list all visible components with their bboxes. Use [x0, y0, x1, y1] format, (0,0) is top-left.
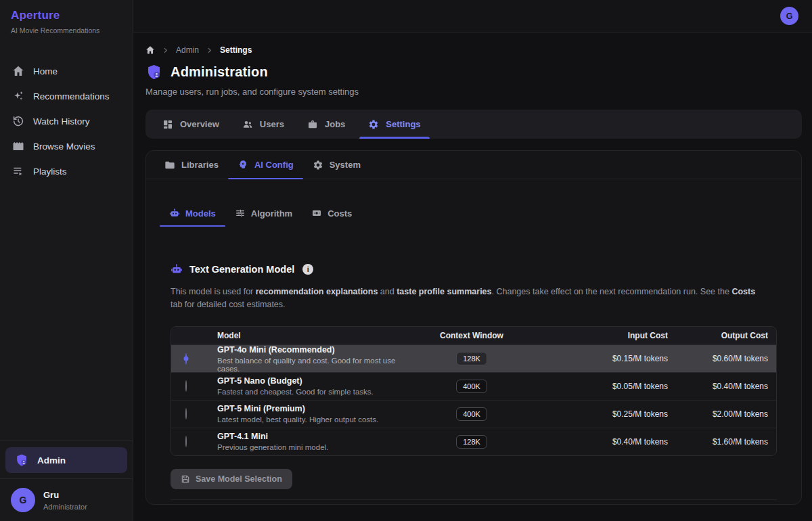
- sidebar-item-browse-movies[interactable]: Browse Movies: [7, 135, 126, 158]
- settings-subtabs: Libraries AI Config System: [146, 151, 801, 179]
- main-tabs: Overview Users Jobs: [145, 110, 802, 139]
- desc-text-bold: taste profile summaries: [397, 287, 491, 296]
- subtab-system[interactable]: System: [303, 151, 370, 179]
- radio-selected[interactable]: [185, 353, 187, 365]
- sidebar-item-playlists[interactable]: Playlists: [7, 160, 126, 183]
- brand: Aperture AI Movie Recommendations: [0, 0, 133, 40]
- tab-settings[interactable]: Settings: [357, 110, 432, 139]
- home-icon: [12, 65, 24, 77]
- shield-user-icon: [145, 64, 162, 81]
- save-icon: [181, 474, 190, 484]
- model-name: GPT-5 Mini (Premium): [217, 404, 416, 413]
- breadcrumb-admin[interactable]: Admin: [176, 45, 199, 55]
- brand-name: Aperture: [11, 9, 122, 22]
- context-window-badge: 400K: [456, 407, 487, 421]
- settings-panel: Libraries AI Config System: [145, 150, 802, 505]
- input-cost: $0.15/M tokens: [519, 354, 668, 363]
- subtab-ai-config[interactable]: AI Config: [228, 151, 303, 179]
- sidebar-item-label: Recommendations: [33, 91, 110, 101]
- model-description: Fastest and cheapest. Good for simple ta…: [217, 388, 416, 396]
- subtab-libraries[interactable]: Libraries: [155, 151, 228, 179]
- model-section-header: Text Generation Model: [171, 263, 777, 275]
- panel-footer-divider: [171, 499, 777, 505]
- table-row-gpt-5-nano[interactable]: GPT-5 Nano (Budget) Fastest and cheapest…: [171, 372, 776, 400]
- desc-text-bold: Costs: [731, 287, 755, 296]
- robot-icon: [171, 263, 183, 275]
- tab-label: Settings: [386, 119, 420, 129]
- home-icon[interactable]: [145, 45, 155, 55]
- output-cost: $2.00/M tokens: [668, 409, 776, 419]
- config-tab-algorithm[interactable]: Algorithm: [225, 206, 302, 227]
- model-name: GPT-4o Mini (Recommended): [217, 345, 416, 355]
- table-row-gpt-4o-mini[interactable]: GPT-4o Mini (Recommended) Best balance o…: [171, 344, 776, 372]
- config-tab-costs[interactable]: Costs: [302, 206, 361, 227]
- app-root: Aperture AI Movie Recommendations Home R…: [0, 0, 812, 521]
- sparkles-icon: [12, 90, 24, 102]
- model-name: GPT-5 Nano (Budget): [217, 376, 416, 386]
- grid-icon: [162, 119, 173, 130]
- desc-text: This model is used for: [171, 287, 256, 296]
- sidebar-item-recommendations[interactable]: Recommendations: [7, 85, 126, 108]
- desc-text: tab for detailed cost estimates.: [171, 300, 286, 309]
- column-header-output-cost: Output Cost: [668, 331, 776, 340]
- table-row-gpt-4-1-mini[interactable]: GPT-4.1 Mini Previous generation mini mo…: [171, 428, 776, 455]
- output-cost: $0.60/M tokens: [668, 354, 776, 363]
- subtab-label: Libraries: [181, 160, 219, 170]
- radio-unselected[interactable]: [185, 380, 187, 392]
- tab-label: Overview: [180, 119, 219, 129]
- input-cost: $0.05/M tokens: [519, 382, 668, 391]
- column-header-model: Model: [209, 331, 424, 340]
- input-cost: $0.25/M tokens: [519, 409, 668, 419]
- sidebar-footer: Admin G Gru Administrator: [0, 440, 133, 521]
- sidebar-item-label: Home: [33, 66, 58, 76]
- tab-jobs[interactable]: Jobs: [296, 110, 357, 139]
- radio-unselected[interactable]: [185, 408, 187, 420]
- user-info: Gru Administrator: [43, 490, 87, 511]
- briefcase-icon: [307, 119, 318, 130]
- topbar-avatar[interactable]: G: [780, 7, 798, 25]
- page-header: Administration: [145, 64, 802, 81]
- section-description: This model is used for recommendation ex…: [171, 286, 766, 312]
- config-tab-label: Algorithm: [251, 208, 292, 219]
- sidebar-item-watch-history[interactable]: Watch History: [7, 110, 126, 133]
- shield-user-icon: [15, 453, 28, 467]
- sidebar-item-admin[interactable]: Admin: [5, 447, 127, 473]
- config-tab-models[interactable]: Models: [160, 206, 225, 227]
- column-header-input-cost: Input Cost: [519, 331, 668, 340]
- model-description: Previous generation mini model.: [217, 443, 416, 451]
- save-model-selection-button[interactable]: Save Model Selection: [171, 469, 292, 489]
- tab-label: Jobs: [325, 119, 345, 129]
- topbar: G: [133, 0, 812, 32]
- config-tab-label: Costs: [328, 208, 352, 219]
- main-area: G Admin Settings Administr: [133, 0, 812, 521]
- tab-label: Users: [260, 119, 284, 129]
- info-icon[interactable]: [302, 264, 313, 275]
- breadcrumb: Admin Settings: [145, 45, 802, 55]
- sidebar-item-label: Watch History: [33, 116, 90, 127]
- desc-text: . Changes take effect on the next recomm…: [492, 287, 732, 296]
- playlist-icon: [12, 165, 24, 177]
- desc-text: and: [378, 287, 397, 296]
- config-tabs: Models Algorithm Costs: [160, 206, 777, 227]
- user-profile[interactable]: G Gru Administrator: [0, 478, 133, 521]
- radio-unselected[interactable]: [185, 436, 187, 447]
- context-window-badge: 400K: [456, 380, 487, 393]
- breadcrumb-settings: Settings: [220, 45, 252, 55]
- chevron-right-icon: [162, 47, 169, 54]
- tab-overview[interactable]: Overview: [151, 110, 231, 139]
- subtab-label: AI Config: [254, 160, 294, 170]
- model-table: Model Context Window Input Cost Output C…: [171, 326, 777, 456]
- sidebar-item-label: Admin: [37, 455, 66, 466]
- page-subtitle: Manage users, run jobs, and configure sy…: [145, 87, 802, 97]
- ai-config-panel: Models Algorithm Costs: [146, 179, 801, 505]
- context-window-badge: 128K: [456, 435, 487, 449]
- chevron-right-icon: [206, 47, 213, 54]
- table-row-gpt-5-mini[interactable]: GPT-5 Mini (Premium) Latest model, best …: [171, 400, 776, 428]
- page-title: Administration: [171, 64, 268, 80]
- tab-users[interactable]: Users: [231, 110, 296, 139]
- sidebar-item-home[interactable]: Home: [7, 60, 126, 83]
- folder-icon: [164, 160, 175, 171]
- context-window-badge: 128K: [456, 352, 487, 365]
- subtab-label: System: [330, 160, 361, 170]
- film-icon: [12, 140, 24, 152]
